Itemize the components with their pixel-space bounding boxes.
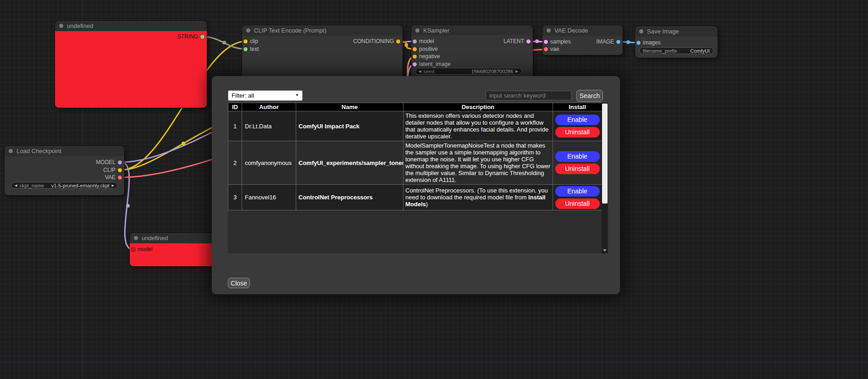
input-slot-vae[interactable]: vae (544, 46, 559, 52)
node-collapse-dot[interactable] (415, 28, 420, 33)
node-title: Save Image (647, 28, 679, 35)
node-title: Load Checkpoint (17, 148, 61, 154)
prev-option-arrow-icon[interactable]: ◀ (15, 184, 17, 187)
output-dot-icon[interactable] (118, 176, 122, 180)
output-slot-clip[interactable]: CLIP (103, 167, 122, 173)
widget-value[interactable]: v1-5-pruned-emaonly.ckpt (51, 183, 110, 188)
node-save-image[interactable]: Save Image images filename_prefix ComfyU… (635, 26, 718, 58)
scrollbar-thumb[interactable] (602, 104, 608, 203)
input-slot-latent-image[interactable]: latent_image (413, 61, 451, 67)
table-scrollbar[interactable] (602, 103, 608, 253)
node-collapse-dot[interactable] (246, 28, 250, 33)
node-title-bar: KSampler (411, 25, 533, 35)
input-dot-icon[interactable] (413, 62, 417, 66)
next-option-arrow-icon[interactable]: ▶ (112, 184, 114, 187)
extension-link[interactable]: ComfyUI Impact Pack (296, 111, 404, 141)
node-collapse-dot[interactable] (639, 29, 643, 33)
output-slot-string[interactable]: STRING (177, 33, 205, 40)
enable-button[interactable]: Enable (555, 151, 600, 162)
node-body: model positive negative latent_image LAT… (411, 35, 533, 81)
output-slot-image[interactable]: IMAGE (596, 38, 620, 45)
extension-table-container: ID Author Name Description Install 1 Dr.… (228, 103, 608, 253)
input-dot-icon[interactable] (544, 47, 548, 51)
slot-label: samples (550, 38, 571, 45)
input-dot-icon[interactable] (413, 39, 417, 44)
uninstall-button[interactable]: Uninstall (555, 164, 600, 174)
output-dot-icon[interactable] (200, 35, 205, 39)
output-slot-model[interactable]: MODEL (96, 159, 122, 165)
input-dot-icon[interactable] (413, 55, 417, 59)
input-slot-text[interactable]: text (243, 46, 259, 52)
node-collapse-dot[interactable] (134, 236, 138, 240)
node-collapse-dot[interactable] (547, 28, 551, 33)
output-slot-latent[interactable]: LATENT (503, 38, 531, 44)
scroll-down-arrow-icon[interactable] (603, 249, 607, 252)
col-header-description: Description (404, 103, 553, 111)
slot-label: model (419, 38, 434, 44)
input-dot-icon[interactable] (636, 41, 641, 45)
link-dot (182, 142, 185, 145)
cell-id: 3 (228, 185, 242, 210)
node-collapse-dot[interactable] (9, 149, 13, 153)
output-dot-icon[interactable] (526, 39, 531, 44)
node-body: samples vae IMAGE (542, 36, 623, 55)
cell-author: comfyanonymous (242, 141, 296, 185)
filter-select[interactable]: Filter: all (228, 90, 303, 101)
decrement-arrow-icon[interactable]: ◀ (419, 70, 421, 73)
extension-link[interactable]: ControlNet Preprocessors (296, 185, 404, 210)
table-header-row: ID Author Name Description Install (228, 103, 602, 111)
output-dot-icon[interactable] (396, 39, 400, 44)
link-dot (626, 40, 630, 44)
seed-widget[interactable]: ◀ seed 156680208700286 ▶ (415, 68, 522, 75)
uninstall-button[interactable]: Uninstall (555, 127, 600, 137)
widget-value[interactable]: ComfyUI (690, 48, 710, 54)
cell-install: Enable Uninstall (553, 141, 602, 185)
output-slot-vae[interactable]: VAE (105, 174, 122, 181)
enable-button[interactable]: Enable (555, 186, 600, 197)
node-body: images filename_prefix ComfyUI (635, 37, 718, 58)
node-title: undefined (142, 235, 168, 242)
input-dot-icon[interactable] (544, 40, 548, 44)
widget-label: ckpt_name (19, 183, 44, 188)
search-button[interactable]: Search (576, 90, 603, 102)
node-title-bar: undefined (55, 21, 207, 31)
node-vae-decode[interactable]: VAE Decode samples vae IMAGE (542, 25, 623, 55)
node-ksampler[interactable]: KSampler model positive negative latent_… (411, 25, 533, 81)
output-slot-conditioning[interactable]: CONDITIONING (353, 38, 400, 44)
node-load-checkpoint[interactable]: Load Checkpoint MODEL CLIP VAE ◀ ckpt_na… (5, 146, 124, 195)
cell-description: ControlNet Preprocessors. (To use this e… (404, 185, 553, 210)
input-slot-positive[interactable]: positive (413, 46, 438, 52)
input-slot-model[interactable]: model (413, 38, 434, 44)
search-input[interactable] (486, 91, 572, 100)
output-dot-icon[interactable] (118, 160, 122, 165)
increment-arrow-icon[interactable]: ▶ (516, 70, 518, 73)
slot-label: CONDITIONING (353, 38, 394, 44)
input-slot-clip[interactable]: clip (243, 38, 258, 44)
output-dot-icon[interactable] (118, 168, 122, 172)
extension-link[interactable]: ComfyUI_experiments/sampler_tonemap (296, 141, 404, 185)
node-body: MODEL CLIP VAE ◀ ckpt_name v1-5-pruned-e… (5, 156, 124, 195)
extension-table: ID Author Name Description Install 1 Dr.… (228, 103, 602, 210)
uninstall-button[interactable]: Uninstall (555, 198, 600, 209)
node-title-bar: CLIP Text Encode (Prompt) (242, 25, 403, 36)
input-dot-icon[interactable] (243, 39, 248, 44)
input-dot-icon[interactable] (131, 247, 135, 252)
node-title-bar: VAE Decode (542, 25, 623, 36)
input-dot-icon[interactable] (413, 47, 417, 51)
widget-value[interactable]: 156680208700286 (471, 69, 514, 74)
output-dot-icon[interactable] (616, 40, 620, 44)
input-slot-model[interactable]: model (131, 246, 153, 253)
table-row: 1 Dr.Lt.Data ComfyUI Impact Pack This ex… (228, 111, 602, 141)
close-button[interactable]: Close (228, 278, 250, 288)
ckpt-name-widget[interactable]: ◀ ckpt_name v1-5-pruned-emaonly.ckpt ▶ (11, 182, 118, 189)
input-slot-images[interactable]: images (636, 39, 661, 46)
widget-label: seed (423, 69, 434, 74)
input-dot-icon[interactable] (243, 47, 248, 51)
node-collapse-dot[interactable] (59, 24, 63, 28)
node-undefined-top[interactable]: undefined STRING (55, 21, 207, 108)
input-slot-samples[interactable]: samples (544, 38, 571, 45)
slot-label: negative (419, 53, 440, 60)
enable-button[interactable]: Enable (555, 115, 600, 125)
filename-prefix-widget[interactable]: filename_prefix ComfyUI (639, 47, 713, 54)
input-slot-negative[interactable]: negative (413, 53, 440, 60)
